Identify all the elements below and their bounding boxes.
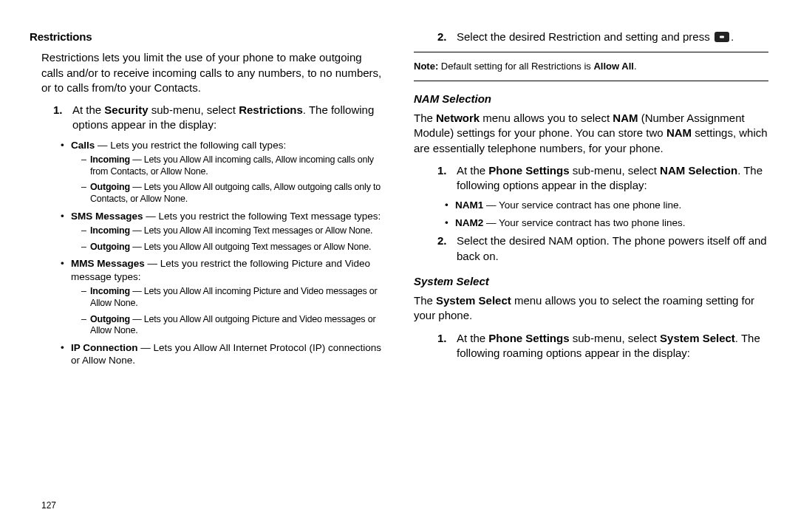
right-column: 2. Select the desired Restriction and se… <box>399 30 768 517</box>
category-calls: Calls — Lets you restrict the following … <box>61 139 384 205</box>
heading-system-select: System Select <box>414 274 768 289</box>
sms-incoming: Incoming — Lets you Allow All incoming T… <box>81 225 384 237</box>
step-text: At the Phone Settings sub-menu, select N… <box>457 164 763 191</box>
nam-step-2: 2. Select the desired NAM option. The ph… <box>437 233 768 264</box>
restriction-categories: Calls — Lets you restrict the following … <box>61 139 384 368</box>
system-select-step-1: 1. At the Phone Settings sub-menu, selec… <box>437 331 768 361</box>
step-number: 1. <box>437 331 447 346</box>
restrictions-intro: Restrictions lets you limit the use of y… <box>41 50 384 95</box>
ok-button-icon <box>715 32 729 42</box>
nam-option-2: NAM2 — Your service contract has two pho… <box>445 216 768 230</box>
manual-page: Restrictions Restrictions lets you limit… <box>0 0 798 532</box>
restrictions-steps-cont: 2. Select the desired Restriction and se… <box>437 30 768 44</box>
sms-outgoing: Outgoing — Lets you Allow All outgoing T… <box>81 242 384 253</box>
nam-options: NAM1 — Your service contract has one pho… <box>445 199 768 229</box>
sms-subitems: Incoming — Lets you Allow All incoming T… <box>81 225 384 253</box>
category-sms: SMS Messages — Lets you restrict the fol… <box>61 210 384 253</box>
divider <box>414 81 768 81</box>
category-mms: MMS Messages — Lets you restrict the fol… <box>61 257 384 337</box>
calls-outgoing: Outgoing — Lets you Allow All outgoing c… <box>81 182 384 205</box>
calls-incoming: Incoming — Lets you Allow All incoming c… <box>81 154 384 177</box>
nam-intro: The Network menu allows you to select NA… <box>414 111 768 156</box>
step-text: Select the desired Restriction and setti… <box>457 30 734 43</box>
category-ip: IP Connection — Lets you Allow All Inter… <box>61 341 384 367</box>
step-text: Select the desired NAM option. The phone… <box>457 234 767 262</box>
nam-steps: 1. At the Phone Settings sub-menu, selec… <box>437 163 768 194</box>
restrictions-step-1: 1. At the Security sub-menu, select Rest… <box>53 103 384 133</box>
page-number: 127 <box>41 499 56 511</box>
step-number: 2. <box>437 233 447 248</box>
heading-nam-selection: NAM Selection <box>414 92 768 106</box>
system-select-intro: The System Select menu allows you to sel… <box>414 293 768 324</box>
nam-step-1: 1. At the Phone Settings sub-menu, selec… <box>437 163 768 194</box>
nam-option-1: NAM1 — Your service contract has one pho… <box>445 199 768 212</box>
step-number: 1. <box>53 103 63 117</box>
restrictions-steps: 1. At the Security sub-menu, select Rest… <box>53 103 384 133</box>
divider <box>414 52 768 52</box>
step-number: 2. <box>437 30 447 44</box>
restrictions-note: Note: Default setting for all Restrictio… <box>414 60 768 73</box>
mms-outgoing: Outgoing — Lets you Allow All outgoing P… <box>81 314 384 337</box>
step-number: 1. <box>437 163 447 178</box>
step-text: At the Phone Settings sub-menu, select S… <box>457 332 760 359</box>
left-column: Restrictions Restrictions lets you limit… <box>30 30 399 517</box>
system-select-steps: 1. At the Phone Settings sub-menu, selec… <box>437 331 768 361</box>
mms-subitems: Incoming — Lets you Allow All incoming P… <box>81 286 384 337</box>
step-text: At the Security sub-menu, select Restric… <box>72 103 374 131</box>
heading-restrictions: Restrictions <box>30 30 384 44</box>
calls-subitems: Incoming — Lets you Allow All incoming c… <box>81 154 384 205</box>
mms-incoming: Incoming — Lets you Allow All incoming P… <box>81 286 384 309</box>
restrictions-step-2: 2. Select the desired Restriction and se… <box>437 30 768 44</box>
nam-steps-cont: 2. Select the desired NAM option. The ph… <box>437 233 768 264</box>
